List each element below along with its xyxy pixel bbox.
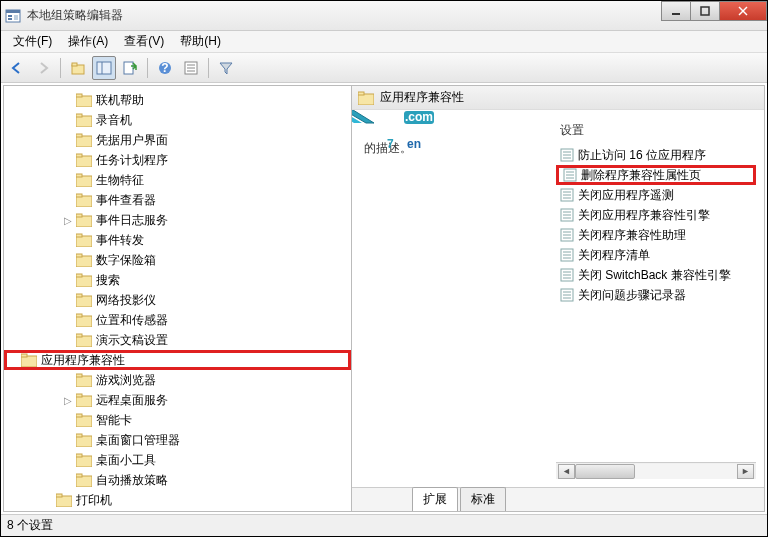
- svg-rect-54: [76, 436, 92, 447]
- forward-button[interactable]: [31, 56, 55, 80]
- svg-rect-47: [21, 354, 27, 357]
- tree-item[interactable]: 网络投影仪: [4, 290, 351, 310]
- tree-item[interactable]: 打印机: [4, 490, 351, 510]
- toolbar-sep: [60, 58, 61, 78]
- svg-rect-20: [76, 96, 92, 107]
- tree-item[interactable]: 搜索: [4, 270, 351, 290]
- maximize-button[interactable]: [690, 1, 720, 21]
- description-hint: 的描述。: [364, 141, 412, 155]
- app-icon: [5, 8, 21, 24]
- tree-item[interactable]: ▷远程桌面服务: [4, 390, 351, 410]
- menubar: 文件(F) 操作(A) 查看(V) 帮助(H): [1, 31, 767, 53]
- folder-icon: [76, 333, 92, 347]
- setting-item[interactable]: 关闭应用程序遥测: [556, 185, 756, 205]
- description-column: 的描述。: [352, 110, 552, 487]
- show-hide-tree-button[interactable]: [92, 56, 116, 80]
- scroll-thumb[interactable]: [575, 464, 635, 479]
- setting-item[interactable]: 关闭程序兼容性助理: [556, 225, 756, 245]
- filter-button[interactable]: [214, 56, 238, 80]
- menu-view[interactable]: 查看(V): [116, 31, 172, 52]
- svg-rect-51: [76, 394, 82, 397]
- details-panel: 应用程序兼容性 Windows7en .com 的描述。 设置 防止访问 16: [352, 86, 764, 511]
- tree-item[interactable]: 桌面窗口管理器: [4, 430, 351, 450]
- setting-item[interactable]: 删除程序兼容性属性页: [556, 165, 756, 185]
- tree-item[interactable]: 智能卡: [4, 410, 351, 430]
- tree-item-label: 演示文稿设置: [96, 332, 168, 349]
- expand-arrow-icon[interactable]: ▷: [62, 394, 74, 406]
- tree-item[interactable]: 演示文稿设置: [4, 330, 351, 350]
- folder-icon: [76, 213, 92, 227]
- setting-label: 关闭程序兼容性助理: [578, 227, 686, 244]
- folder-icon: [76, 293, 92, 307]
- svg-rect-36: [76, 256, 92, 267]
- setting-label: 关闭应用程序兼容性引擎: [578, 207, 710, 224]
- tree-item[interactable]: 联机帮助: [4, 90, 351, 110]
- horizontal-scrollbar[interactable]: ◄ ►: [556, 462, 756, 479]
- app-window: 本地组策略编辑器 文件(F) 操作(A) 查看(V) 帮助(H) ? 联机帮助录…: [0, 0, 768, 537]
- folder-icon: [76, 253, 92, 267]
- menu-help[interactable]: 帮助(H): [172, 31, 229, 52]
- scroll-left-button[interactable]: ◄: [558, 464, 575, 479]
- svg-rect-62: [358, 94, 374, 105]
- close-button[interactable]: [719, 1, 767, 21]
- tab-standard[interactable]: 标准: [460, 487, 506, 511]
- tree-item[interactable]: 生物特征: [4, 170, 351, 190]
- menu-action[interactable]: 操作(A): [60, 31, 116, 52]
- scroll-track[interactable]: [575, 464, 737, 479]
- tree-item[interactable]: 自动播放策略: [4, 470, 351, 490]
- tree-item[interactable]: 应用程序兼容性: [4, 350, 351, 370]
- tree-item-label: 凭据用户界面: [96, 132, 168, 149]
- tree-item-label: 数字保险箱: [96, 252, 156, 269]
- setting-item[interactable]: 关闭问题步骤记录器: [556, 285, 756, 305]
- svg-rect-13: [124, 62, 133, 74]
- policy-icon: [560, 208, 574, 222]
- setting-item[interactable]: 关闭 SwitchBack 兼容性引擎: [556, 265, 756, 285]
- expand-spacer: [62, 474, 74, 486]
- svg-rect-44: [76, 336, 92, 347]
- tree-item[interactable]: 录音机: [4, 110, 351, 130]
- svg-rect-32: [76, 216, 92, 227]
- svg-rect-59: [76, 474, 82, 477]
- tree-item[interactable]: 事件转发: [4, 230, 351, 250]
- menu-file[interactable]: 文件(F): [5, 31, 60, 52]
- tree-item[interactable]: 凭据用户界面: [4, 130, 351, 150]
- svg-rect-39: [76, 274, 82, 277]
- up-button[interactable]: [66, 56, 90, 80]
- expand-arrow-icon[interactable]: ▷: [62, 214, 74, 226]
- tree-item-label: 联机帮助: [96, 92, 144, 109]
- setting-item[interactable]: 防止访问 16 位应用程序: [556, 145, 756, 165]
- tree-item[interactable]: 位置和传感器: [4, 310, 351, 330]
- svg-rect-30: [76, 196, 92, 207]
- minimize-button[interactable]: [661, 1, 691, 21]
- svg-rect-28: [76, 176, 92, 187]
- tree-item[interactable]: 任务计划程序: [4, 150, 351, 170]
- tree-item-label: 事件查看器: [96, 192, 156, 209]
- status-text: 8 个设置: [7, 517, 53, 534]
- help-button[interactable]: ?: [153, 56, 177, 80]
- svg-rect-37: [76, 254, 82, 257]
- svg-rect-21: [76, 94, 82, 97]
- svg-rect-46: [21, 356, 37, 367]
- scroll-right-button[interactable]: ►: [737, 464, 754, 479]
- export-button[interactable]: [118, 56, 142, 80]
- folder-icon: [56, 493, 72, 507]
- setting-item[interactable]: 关闭程序清单: [556, 245, 756, 265]
- toolbar-sep: [208, 58, 209, 78]
- tree-item[interactable]: 事件查看器: [4, 190, 351, 210]
- folder-icon: [76, 313, 92, 327]
- folder-icon: [76, 273, 92, 287]
- tree-item-label: 生物特征: [96, 172, 144, 189]
- tree-item[interactable]: 桌面小工具: [4, 450, 351, 470]
- tree-item[interactable]: ▷事件日志服务: [4, 210, 351, 230]
- tree-item[interactable]: 数字保险箱: [4, 250, 351, 270]
- tab-extended[interactable]: 扩展: [412, 487, 458, 511]
- tree-panel[interactable]: 联机帮助录音机凭据用户界面任务计划程序生物特征事件查看器▷事件日志服务事件转发数…: [4, 86, 352, 511]
- details-title: 应用程序兼容性: [380, 89, 464, 106]
- tree-item[interactable]: 游戏浏览器: [4, 370, 351, 390]
- back-button[interactable]: [5, 56, 29, 80]
- setting-item[interactable]: 关闭应用程序兼容性引擎: [556, 205, 756, 225]
- folder-icon: [76, 153, 92, 167]
- svg-rect-23: [76, 114, 82, 117]
- tree-item-label: 网络投影仪: [96, 292, 156, 309]
- properties-button[interactable]: [179, 56, 203, 80]
